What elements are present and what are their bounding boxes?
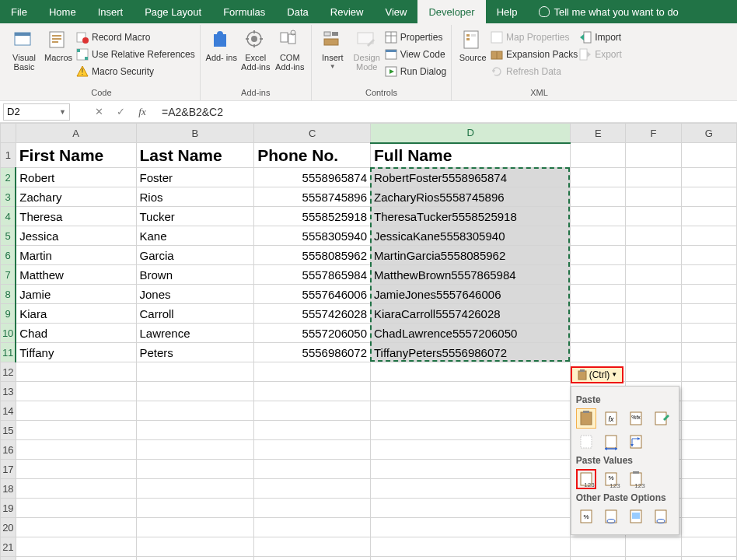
cell-G2[interactable] [681,168,736,187]
col-header-E[interactable]: E [571,124,626,143]
cell-D17[interactable] [371,460,571,479]
cell-E10[interactable] [571,324,626,343]
cell-B7[interactable]: Brown [136,265,254,285]
paste-linked-picture-button[interactable] [651,506,671,527]
expansion-packs-button[interactable]: Expansion Packs [491,47,578,62]
cell-E3[interactable] [571,187,626,207]
cell-B13[interactable] [136,382,254,401]
cell-B1[interactable]: Last Name [136,143,254,168]
col-header-B[interactable]: B [136,124,254,143]
properties-button[interactable]: Properties [385,30,446,45]
cell-B3[interactable]: Rios [136,187,254,207]
cell-C17[interactable] [254,460,371,479]
cell-B14[interactable] [136,401,254,421]
cell-D14[interactable] [371,401,571,421]
row-header-7[interactable]: 7 [1,265,16,285]
cell-G17[interactable] [681,460,736,479]
paste-transpose-button[interactable] [626,432,646,452]
cell-G4[interactable] [681,207,736,226]
col-header-F[interactable]: F [626,124,681,143]
cell-D4[interactable]: TheresaTucker5558525918 [371,207,571,226]
cell-B2[interactable]: Foster [136,168,254,187]
tab-help[interactable]: Help [486,0,529,23]
cell-F8[interactable] [626,285,681,304]
cell-E1[interactable] [571,143,626,168]
cell-A14[interactable] [16,401,136,421]
tab-insert[interactable]: Insert [87,0,134,23]
xml-source-button[interactable]: Source [456,26,489,62]
cell-D11[interactable]: TiffanyPeters5556986072 [371,343,571,362]
insert-function-button[interactable]: fx [132,103,152,121]
cell-A16[interactable] [16,440,136,460]
cell-B8[interactable]: Jones [136,285,254,304]
cell-C9[interactable]: 5557426028 [254,304,371,324]
cell-E4[interactable] [571,207,626,226]
import-button[interactable]: Import [579,30,622,45]
cell-F9[interactable] [626,304,681,324]
cell-G1[interactable] [681,143,736,168]
cell-C18[interactable] [254,479,371,499]
paste-no-borders-button[interactable] [576,432,596,452]
cell-B16[interactable] [136,440,254,460]
row-header-2[interactable]: 2 [1,168,16,187]
cell-D12[interactable] [371,362,571,382]
cell-G11[interactable] [681,343,736,362]
cell-A13[interactable] [16,382,136,401]
cell-A8[interactable]: Jamie [16,285,136,304]
cell-G6[interactable] [681,246,736,265]
cell-G3[interactable] [681,187,736,207]
cell-F10[interactable] [626,324,681,343]
name-box[interactable]: D2▼ [3,103,70,121]
record-macro-button[interactable]: Record Macro [76,30,195,45]
cell-C4[interactable]: 5558525918 [254,207,371,226]
cell-C11[interactable]: 5556986072 [254,343,371,362]
cell-A15[interactable] [16,421,136,440]
cell-A22[interactable] [16,557,136,561]
cell-A12[interactable] [16,362,136,382]
cell-D9[interactable]: KiaraCarroll5557426028 [371,304,571,324]
cell-F7[interactable] [626,265,681,285]
cell-A6[interactable]: Martin [16,246,136,265]
addins-button[interactable]: Add- ins [205,26,238,62]
cell-F4[interactable] [626,207,681,226]
macros-button[interactable]: Macros [42,26,75,62]
cell-D10[interactable]: ChadLawrence5557206050 [371,324,571,343]
cell-C22[interactable] [254,557,371,561]
row-header-10[interactable]: 10 [1,324,16,343]
row-header-17[interactable]: 17 [1,460,16,479]
cell-A11[interactable]: Tiffany [16,343,136,362]
cell-D6[interactable]: MartinGarcia5558085962 [371,246,571,265]
cell-G21[interactable] [681,537,736,557]
paste-picture-button[interactable] [626,506,646,527]
cell-G18[interactable] [681,479,736,499]
tab-developer[interactable]: Developer [417,0,485,23]
row-header-15[interactable]: 15 [1,421,16,440]
tab-file[interactable]: File [0,0,38,23]
cell-G20[interactable] [681,518,736,537]
cell-E7[interactable] [571,265,626,285]
cell-E8[interactable] [571,285,626,304]
cell-C21[interactable] [254,537,371,557]
cell-E9[interactable] [571,304,626,324]
enter-formula-button[interactable]: ✓ [110,103,131,121]
row-header-14[interactable]: 14 [1,401,16,421]
cell-B5[interactable]: Kane [136,226,254,246]
cell-F2[interactable] [626,168,681,187]
tell-me-search[interactable]: Tell me what you want to do [528,0,689,23]
cell-D15[interactable] [371,421,571,440]
macro-security-button[interactable]: !Macro Security [76,64,195,79]
cell-A9[interactable]: Kiara [16,304,136,324]
col-header-G[interactable]: G [681,124,736,143]
cell-F22[interactable] [626,557,681,561]
cell-B11[interactable]: Peters [136,343,254,362]
excel-addins-button[interactable]: Excel Add-ins [239,26,272,72]
cell-B18[interactable] [136,479,254,499]
cell-C14[interactable] [254,401,371,421]
row-header-9[interactable]: 9 [1,304,16,324]
cell-C19[interactable] [254,499,371,518]
tab-formulas[interactable]: Formulas [212,0,276,23]
cell-G9[interactable] [681,304,736,324]
cell-G14[interactable] [681,401,736,421]
cell-G10[interactable] [681,324,736,343]
cell-A4[interactable]: Theresa [16,207,136,226]
